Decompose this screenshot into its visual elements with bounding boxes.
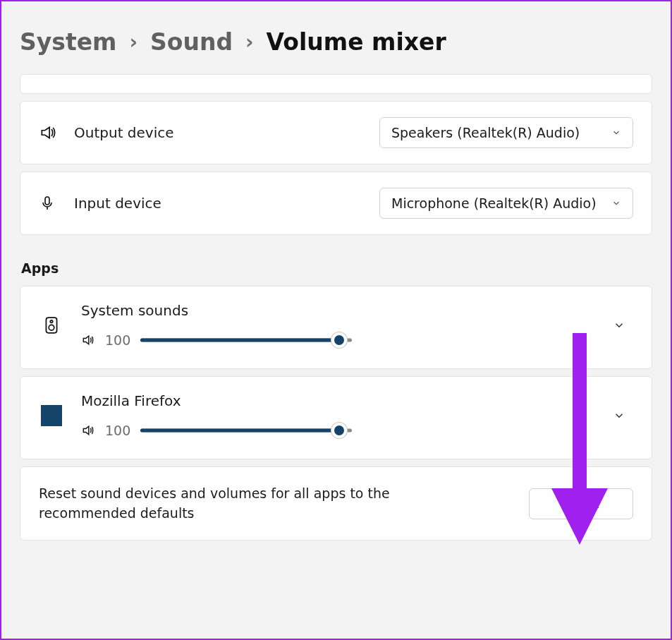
input-device-dropdown[interactable]: Microphone (Realtek(R) Audio) (379, 188, 633, 219)
apps-section-header: Apps (21, 260, 652, 276)
output-device-dropdown[interactable]: Speakers (Realtek(R) Audio) (379, 117, 633, 148)
breadcrumb-sound[interactable]: Sound (150, 28, 233, 56)
input-device-row: Input device Microphone (Realtek(R) Audi… (20, 171, 652, 235)
collapsed-card (20, 74, 652, 94)
svg-rect-0 (45, 197, 49, 205)
volume-slider[interactable] (140, 422, 352, 439)
app-row-system-sounds: System sounds 100 (20, 286, 652, 369)
output-device-value: Speakers (Realtek(R) Audio) (391, 125, 580, 140)
svg-point-3 (49, 325, 54, 330)
app-name-label: Mozilla Firefox (81, 392, 605, 409)
volume-icon[interactable] (81, 333, 95, 347)
input-device-label: Input device (74, 195, 161, 212)
chevron-right-icon: › (129, 30, 138, 54)
speaker-device-icon (39, 313, 64, 337)
expand-button[interactable] (605, 409, 633, 422)
reset-description: Reset sound devices and volumes for all … (39, 484, 434, 523)
reset-button[interactable]: Reset (529, 488, 633, 519)
volume-value: 100 (105, 332, 130, 348)
input-device-value: Microphone (Realtek(R) Audio) (391, 195, 597, 211)
chevron-down-icon (611, 128, 621, 138)
svg-point-2 (50, 320, 52, 322)
volume-slider[interactable] (140, 332, 352, 349)
speaker-icon (39, 123, 67, 142)
breadcrumb: System › Sound › Volume mixer (20, 28, 652, 56)
breadcrumb-system[interactable]: System (20, 28, 116, 56)
output-device-label: Output device (74, 124, 174, 141)
volume-icon[interactable] (81, 423, 95, 437)
app-row-firefox: Mozilla Firefox 100 (20, 376, 652, 459)
microphone-icon (39, 195, 67, 212)
app-name-label: System sounds (81, 302, 605, 319)
firefox-icon (39, 405, 64, 426)
breadcrumb-volume-mixer: Volume mixer (267, 28, 446, 56)
reset-row: Reset sound devices and volumes for all … (20, 466, 652, 541)
output-device-row: Output device Speakers (Realtek(R) Audio… (20, 101, 652, 164)
chevron-down-icon (611, 198, 621, 208)
expand-button[interactable] (605, 319, 633, 332)
chevron-right-icon: › (245, 30, 254, 54)
volume-value: 100 (105, 423, 130, 438)
